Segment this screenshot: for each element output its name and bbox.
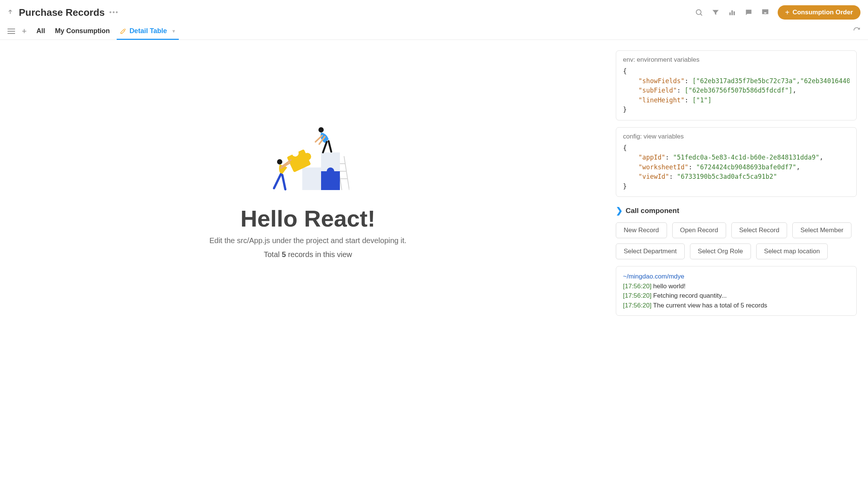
console-text: hello world! bbox=[653, 283, 685, 290]
json-key: "showFields" bbox=[638, 77, 685, 85]
content: Hello React! Edit the src/App.js under t… bbox=[0, 40, 868, 326]
primary-button-label: Consumption Order bbox=[792, 9, 853, 16]
right-panel: env: environment variables { "showFields… bbox=[616, 50, 857, 316]
chevron-right-icon: ❯ bbox=[616, 206, 623, 216]
svg-point-0 bbox=[696, 10, 701, 15]
console-path: ~/mingdao.com/mdye bbox=[623, 272, 850, 281]
json-value: ["62eb317ad35f7be5bc72c73a","62eb3401644… bbox=[692, 77, 850, 85]
hello-title: Hello React! bbox=[241, 205, 375, 232]
expand-icon[interactable] bbox=[6, 7, 17, 18]
left-panel: Hello React! Edit the src/App.js under t… bbox=[11, 50, 605, 316]
tab-my-consumption[interactable]: My Consumption bbox=[55, 23, 110, 40]
json-value: ["62eb36756f507b586d5fdcdf"] bbox=[685, 87, 793, 94]
json-key: "viewId" bbox=[638, 173, 669, 180]
header: Purchase Records ••• + Consumption Order bbox=[0, 0, 868, 23]
tab-all[interactable]: All bbox=[37, 23, 45, 40]
refresh-icon[interactable] bbox=[853, 27, 860, 36]
page-title: Purchase Records bbox=[19, 7, 105, 18]
tab-label: All bbox=[37, 27, 45, 35]
json-value: ["1"] bbox=[692, 96, 711, 104]
svg-point-14 bbox=[277, 159, 282, 164]
config-code: { "appId": "51fedc0a-5e83-4c1d-b60e-2e84… bbox=[623, 143, 850, 192]
svg-rect-3 bbox=[733, 11, 735, 15]
console-line: [17:56:20] The current view has a total … bbox=[623, 301, 850, 310]
chart-icon[interactable] bbox=[728, 8, 736, 17]
console-line: [17:56:20] Fetching record quantity... bbox=[623, 291, 850, 301]
hello-count: Total 5 records in this view bbox=[264, 250, 352, 259]
console-time: [17:56:20] bbox=[623, 292, 652, 299]
json-value: "51fedc0a-5e83-4c1d-b60e-2e848131dda9" bbox=[673, 154, 819, 161]
count-prefix: Total bbox=[264, 250, 282, 259]
env-label: env: environment variables bbox=[623, 56, 850, 64]
tools-icon bbox=[120, 28, 126, 35]
svg-rect-1 bbox=[729, 12, 731, 15]
count-number: 5 bbox=[282, 250, 286, 259]
json-key: "lineHeight" bbox=[638, 96, 685, 104]
chevron-down-icon: ▼ bbox=[172, 29, 176, 34]
puzzle-illustration bbox=[266, 119, 349, 194]
tabs-icons: + bbox=[8, 26, 27, 36]
svg-rect-2 bbox=[731, 11, 733, 15]
json-value: "6724424cb9048693bafe0df7" bbox=[696, 163, 796, 171]
menu-icon[interactable] bbox=[8, 29, 15, 34]
svg-line-5 bbox=[344, 156, 349, 190]
json-key: "subField" bbox=[638, 87, 677, 94]
svg-rect-9 bbox=[302, 167, 321, 190]
tab-label: My Consumption bbox=[55, 27, 110, 35]
tabs-row: + All My Consumption Detail Table ▼ bbox=[0, 23, 868, 40]
env-code: { "showFields": ["62eb317ad35f7be5bc72c7… bbox=[623, 67, 850, 115]
new-record-button[interactable]: New Record bbox=[616, 222, 667, 238]
console-text: The current view has a total of 5 record… bbox=[653, 302, 767, 309]
tab-label: Detail Table bbox=[129, 27, 167, 35]
consumption-order-button[interactable]: + Consumption Order bbox=[778, 5, 860, 20]
component-buttons: New Record Open Record Select Record Sel… bbox=[616, 222, 857, 259]
count-suffix: records in this view bbox=[286, 250, 352, 259]
select-department-button[interactable]: Select Department bbox=[616, 243, 685, 259]
select-map-location-button[interactable]: Select map location bbox=[756, 243, 828, 259]
more-icon[interactable]: ••• bbox=[109, 9, 119, 17]
inbox-icon[interactable] bbox=[761, 8, 769, 17]
plus-icon: + bbox=[785, 9, 790, 16]
header-actions: + Consumption Order bbox=[695, 5, 860, 20]
select-member-button[interactable]: Select Member bbox=[792, 222, 851, 238]
hello-subtitle: Edit the src/App.js under the project an… bbox=[209, 236, 407, 245]
config-label: config: view variables bbox=[623, 133, 850, 140]
console-box: ~/mingdao.com/mdye [17:56:20] hello worl… bbox=[616, 266, 857, 316]
call-component-header[interactable]: ❯ Call component bbox=[616, 206, 857, 216]
section-heading-text: Call component bbox=[626, 207, 679, 215]
filter-icon[interactable] bbox=[711, 8, 720, 17]
console-text: Fetching record quantity... bbox=[653, 292, 726, 299]
console-line: [17:56:20] hello world! bbox=[623, 281, 850, 291]
comment-icon[interactable] bbox=[745, 8, 753, 17]
open-record-button[interactable]: Open Record bbox=[672, 222, 726, 238]
console-time: [17:56:20] bbox=[623, 283, 652, 290]
json-value: "6733190b5c3ad0afc5ca91b2" bbox=[677, 173, 777, 180]
select-record-button[interactable]: Select Record bbox=[731, 222, 787, 238]
env-variables-box: env: environment variables { "showFields… bbox=[616, 50, 857, 120]
search-icon[interactable] bbox=[695, 8, 703, 17]
config-variables-box: config: view variables { "appId": "51fed… bbox=[616, 127, 857, 197]
svg-point-15 bbox=[318, 127, 324, 132]
header-left: Purchase Records ••• bbox=[8, 7, 119, 18]
select-org-role-button[interactable]: Select Org Role bbox=[690, 243, 751, 259]
json-key: "appId" bbox=[638, 154, 665, 161]
add-tab-icon[interactable]: + bbox=[22, 26, 27, 36]
tab-detail-table[interactable]: Detail Table ▼ bbox=[120, 23, 176, 40]
json-key: "worksheetId" bbox=[638, 163, 688, 171]
console-time: [17:56:20] bbox=[623, 302, 652, 309]
tabs-left: + All My Consumption Detail Table ▼ bbox=[8, 23, 176, 40]
